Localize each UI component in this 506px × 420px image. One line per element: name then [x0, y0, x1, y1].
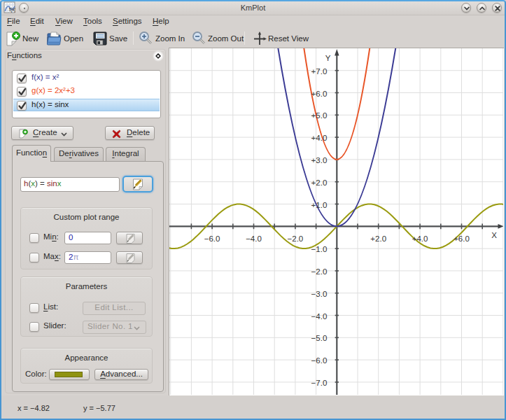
svg-text:+2.0: +2.0	[370, 234, 386, 243]
svg-text:X: X	[491, 231, 497, 239]
svg-text:+6.0: +6.0	[454, 234, 470, 243]
svg-text:−2.0: −2.0	[311, 267, 328, 276]
svg-text:−4.0: −4.0	[311, 312, 328, 321]
svg-text:−2.0: −2.0	[288, 234, 304, 243]
svg-text:+2.0: +2.0	[311, 178, 328, 187]
svg-text:+5.0: +5.0	[311, 111, 328, 120]
svg-text:+6.0: +6.0	[311, 90, 328, 98]
svg-text:+3.0: +3.0	[311, 156, 328, 164]
svg-text:−3.0: −3.0	[311, 290, 328, 298]
svg-text:+7.0: +7.0	[311, 67, 328, 76]
svg-text:−6.0: −6.0	[311, 356, 328, 365]
svg-text:−6.0: −6.0	[204, 234, 220, 243]
svg-text:Y: Y	[325, 54, 331, 62]
svg-text:+4.0: +4.0	[412, 234, 428, 243]
svg-text:+4.0: +4.0	[311, 134, 328, 142]
svg-text:−5.0: −5.0	[311, 334, 328, 342]
svg-text:−4.0: −4.0	[246, 234, 262, 243]
svg-text:−7.0: −7.0	[311, 379, 328, 387]
svg-text:+1.0: +1.0	[311, 201, 328, 209]
svg-text:−1.0: −1.0	[311, 245, 328, 253]
